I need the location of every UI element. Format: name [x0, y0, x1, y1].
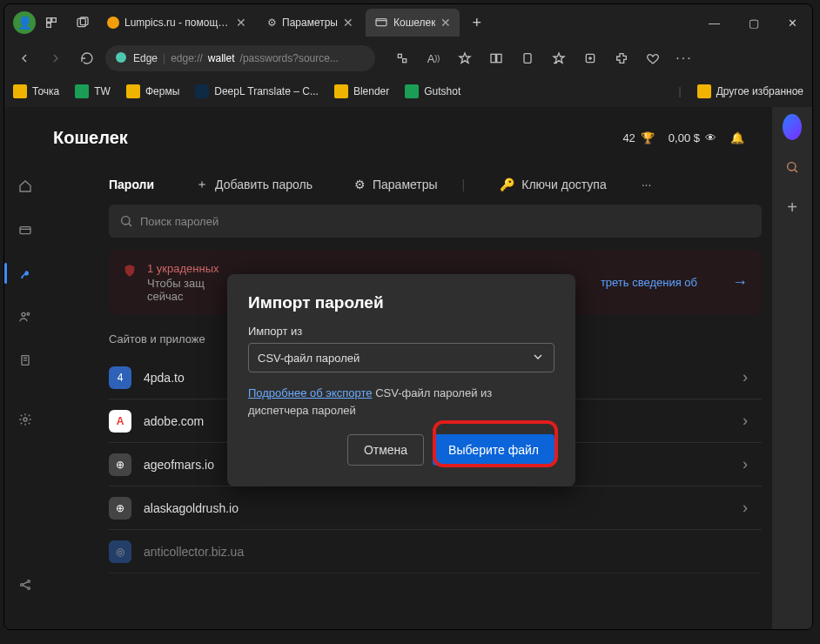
toolbar: Edge | edge://wallet/passwords?source...… [4, 41, 812, 76]
site-name: adobe.com [144, 414, 204, 428]
alert-text-1: Чтобы защ [147, 277, 205, 290]
dialog-import-from-label: Импорт из [248, 325, 555, 338]
nav-settings-icon[interactable] [16, 410, 35, 429]
tab-label: Lumpics.ru - помощь с... [124, 17, 231, 29]
more-button[interactable]: ··· [642, 178, 652, 191]
titlebar: 👤 Lumpics.ru - помощь с... ✕ ⚙ Параметры… [4, 4, 812, 41]
more-icon[interactable]: ··· [669, 45, 699, 71]
minimize-button[interactable]: ― [695, 4, 734, 41]
rail-search-button[interactable] [783, 158, 802, 177]
bookmark-item[interactable]: TW [75, 84, 111, 98]
nav-home-icon[interactable] [16, 177, 35, 196]
svg-point-18 [22, 312, 25, 316]
tab-settings[interactable]: ⚙ Параметры ✕ [259, 9, 362, 37]
edge-icon [114, 50, 128, 67]
tab-label: Кошелек [393, 17, 436, 29]
sheet-icon [405, 84, 419, 98]
shield-warning-icon [123, 264, 137, 303]
tab-wallet[interactable]: Кошелек ✕ [366, 9, 460, 37]
new-tab-button[interactable]: + [463, 14, 490, 32]
svg-line-32 [795, 170, 797, 172]
extensions-icon[interactable] [607, 45, 636, 71]
params-button[interactable]: ⚙Параметры [354, 178, 438, 191]
profile-avatar[interactable]: 👤 [13, 11, 36, 34]
sheet-icon [75, 84, 89, 98]
params-label: Параметры [373, 178, 438, 191]
subheader: Пароли ＋Добавить пароль ⚙Параметры | 🔑Кл… [46, 168, 762, 205]
url-bar[interactable]: Edge | edge://wallet/passwords?source... [105, 45, 375, 71]
nav-cards-icon[interactable] [16, 220, 35, 239]
balance-stat[interactable]: 0,00 $ 👁 [669, 131, 716, 144]
right-sidebar: + [772, 107, 812, 629]
bookmark-item[interactable]: Blender [334, 84, 389, 98]
workspaces-icon[interactable] [44, 16, 58, 30]
folder-icon [126, 84, 140, 98]
rail-add-button[interactable]: + [783, 198, 802, 217]
dialog-title: Импорт паролей [248, 293, 555, 312]
bookmark-label: DeepL Translate – C... [214, 85, 319, 97]
favorites-list-icon[interactable] [544, 45, 574, 71]
search-placeholder: Поиск паролей [140, 215, 218, 228]
close-icon[interactable]: ✕ [236, 16, 246, 30]
svg-point-6 [116, 52, 126, 63]
site-favicon-icon: ◎ [109, 540, 131, 563]
cancel-label: Отмена [364, 443, 407, 457]
maximize-button[interactable]: ▢ [734, 4, 773, 41]
svg-point-23 [24, 418, 27, 421]
site-row[interactable]: ◎anticollector.biz.ua [109, 530, 762, 574]
chevron-right-icon: › [743, 499, 748, 517]
tab-actions-icon[interactable] [76, 16, 90, 30]
access-keys-button[interactable]: 🔑Ключи доступа [500, 178, 606, 191]
site-favicon-icon: ⊕ [109, 453, 131, 476]
bookmark-label: TW [94, 85, 111, 97]
export-help-link[interactable]: Подробнее об экспорте [248, 386, 373, 399]
import-source-select[interactable]: CSV-файл паролей [248, 343, 555, 372]
nav-orders-icon[interactable] [16, 351, 35, 370]
search-input[interactable]: Поиск паролей [109, 205, 762, 238]
bookmark-item[interactable]: DeepL Translate – C... [195, 84, 319, 98]
nav-passwords-icon[interactable] [16, 264, 35, 283]
split-icon[interactable] [481, 45, 511, 71]
svg-rect-5 [376, 18, 386, 25]
text-size-icon[interactable]: A)) [419, 45, 448, 71]
add-password-button[interactable]: ＋Добавить пароль [196, 177, 313, 192]
share-icon[interactable] [513, 45, 542, 71]
collections-icon[interactable] [575, 45, 605, 71]
favorite-icon[interactable] [450, 45, 480, 71]
health-icon[interactable] [638, 45, 668, 71]
alert-title: 1 украденных [147, 262, 219, 275]
app-switch-icon[interactable] [387, 45, 417, 71]
alert-text-2: сейчас [147, 290, 184, 303]
copilot-icon [783, 114, 802, 140]
nav-share-icon[interactable] [16, 575, 35, 594]
copilot-button[interactable] [783, 117, 802, 137]
other-bookmarks[interactable]: Другое избранное [697, 84, 803, 98]
tab-lumpics[interactable]: Lumpics.ru - помощь с... ✕ [98, 9, 255, 37]
refresh-button[interactable] [74, 45, 100, 71]
nav-people-icon[interactable] [16, 307, 35, 326]
cancel-button[interactable]: Отмена [347, 434, 424, 466]
url-brand: Edge [133, 52, 158, 64]
choose-file-button[interactable]: Выберите файл [433, 434, 555, 466]
close-icon[interactable]: ✕ [440, 16, 451, 30]
alert-details-link[interactable]: треть сведения об → [601, 273, 748, 292]
svg-rect-0 [47, 18, 51, 23]
select-value: CSV-файл паролей [258, 352, 360, 365]
bookmark-item[interactable]: Точка [13, 84, 59, 98]
bookmark-item[interactable]: Gutshot [405, 84, 460, 98]
forward-button[interactable] [43, 45, 69, 71]
rewards-stat[interactable]: 42 🏆 [622, 131, 654, 144]
add-password-label: Добавить пароль [215, 178, 313, 191]
svg-rect-8 [403, 59, 407, 63]
back-button[interactable] [11, 45, 37, 71]
bell-button[interactable]: 🔔 [730, 131, 744, 144]
close-window-button[interactable]: ✕ [773, 4, 812, 41]
folder-icon [697, 84, 711, 98]
arrow-right-icon: → [732, 273, 748, 292]
bookmark-item[interactable]: Фермы [126, 84, 179, 98]
close-icon[interactable]: ✕ [343, 16, 353, 30]
site-row[interactable]: ⊕alaskagoldrush.io› [109, 486, 762, 530]
key-icon: 🔑 [500, 178, 514, 191]
url-path: /passwords?source... [240, 52, 339, 64]
chevron-right-icon: › [743, 455, 748, 473]
